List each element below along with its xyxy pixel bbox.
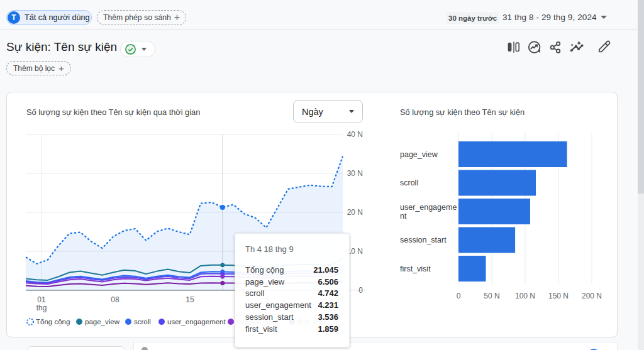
svg-text:15: 15 xyxy=(186,295,194,304)
svg-text:200 N: 200 N xyxy=(582,292,602,300)
svg-text:user_engageme: user_engageme xyxy=(400,203,457,212)
svg-text:scroll: scroll xyxy=(400,178,418,187)
svg-text:0: 0 xyxy=(457,292,461,300)
svg-text:scroll: scroll xyxy=(134,318,151,325)
svg-text:Tổng cộng: Tổng cộng xyxy=(36,318,70,325)
svg-text:50 N: 50 N xyxy=(484,292,499,300)
svg-text:01: 01 xyxy=(37,295,46,304)
svg-text:nt: nt xyxy=(400,212,407,221)
svg-text:100 N: 100 N xyxy=(515,292,535,300)
svg-text:user_engagement: user_engagement xyxy=(167,318,226,325)
svg-text:page_view: page_view xyxy=(85,318,120,325)
svg-text:first_visit: first_visit xyxy=(400,265,431,273)
svg-text:08: 08 xyxy=(111,295,119,304)
svg-text:thg: thg xyxy=(36,304,47,312)
svg-text:150 N: 150 N xyxy=(548,292,569,300)
svg-text:page_view: page_view xyxy=(400,150,438,159)
svg-text:30 N: 30 N xyxy=(347,169,363,178)
svg-text:session_start: session_start xyxy=(400,236,447,244)
svg-text:20 N: 20 N xyxy=(347,208,363,217)
svg-text:0: 0 xyxy=(358,286,363,295)
svg-text:40 N: 40 N xyxy=(347,130,363,139)
